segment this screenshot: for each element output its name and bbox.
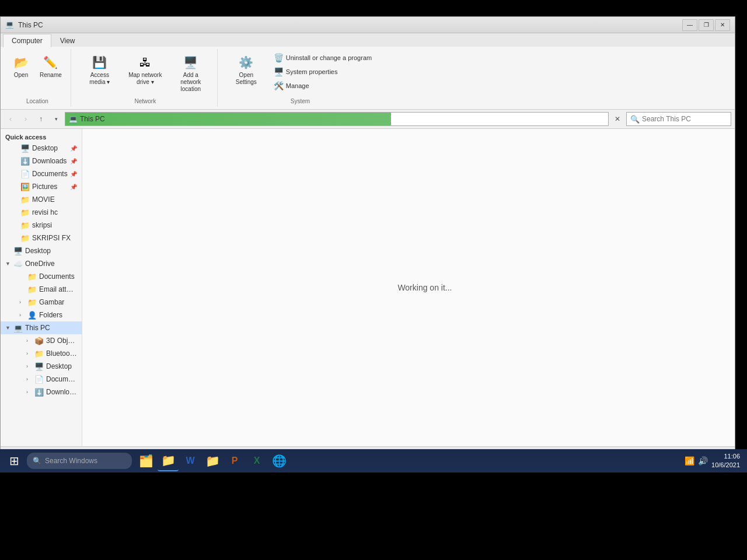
network-icon[interactable]: 📶	[685, 456, 694, 466]
up-button[interactable]: ↑	[34, 113, 47, 125]
thispc-docs-expand-arrow: ›	[26, 376, 32, 382]
thispc-downloads-expand-arrow: ›	[26, 389, 32, 395]
network-buttons: 💾 Access media ▾ 🖧 Map network drive ▾ 🖥…	[78, 51, 212, 96]
fileexplorer-icon: 📁	[161, 453, 176, 467]
address-icon: 💻	[69, 115, 78, 123]
taskbar-taskview[interactable]: 🗂️	[135, 450, 156, 471]
time-display: 11:06	[711, 452, 740, 461]
uninstall-icon: 🗑️	[274, 53, 284, 62]
sidebar: Quick access 🖥️ Desktop 📌 ⬇️ Downloads 📌…	[1, 129, 82, 446]
add-network-location-button[interactable]: 🖥️ Add a network location	[169, 51, 212, 96]
sidebar-item-thispc-desktop[interactable]: › 🖥️ Desktop	[1, 360, 82, 373]
gambar-icon: 📁	[27, 298, 37, 307]
sidebar-item-thispc-downloads[interactable]: › ⬇️ Downloads	[1, 386, 82, 398]
access-media-button[interactable]: 💾 Access media ▾	[78, 51, 121, 89]
taskbar-chrome[interactable]: 🌐	[268, 450, 289, 471]
sidebar-item-onedrive-documents[interactable]: 📁 Documents	[1, 270, 82, 283]
address-path: This PC	[80, 115, 105, 123]
rename-button[interactable]: ✏️ Rename	[36, 51, 66, 82]
manage-icon: 🛠️	[274, 81, 284, 90]
map-network-drive-button[interactable]: 🖧 Map network drive ▾	[124, 51, 167, 89]
sidebar-item-skripsifx[interactable]: 📁 SKRIPSI FX	[1, 232, 82, 244]
skripsi-label: skripsi	[32, 221, 52, 229]
sidebar-item-thispc[interactable]: ▼ 💻 This PC	[1, 321, 82, 334]
tab-computer[interactable]: Computer	[3, 34, 51, 47]
open-button[interactable]: 📂 Open	[9, 51, 33, 82]
sidebar-item-documents[interactable]: 📄 Documents 📌	[1, 167, 82, 180]
system-group-label: System	[291, 98, 310, 104]
system-props-icon: 🖥️	[274, 67, 284, 76]
titlebar: 💻 This PC — ❐ ✕	[1, 17, 735, 33]
working-text: Working on it...	[397, 283, 452, 292]
ribbon: Computer View 📂 Open ✏️ Rename Location	[1, 33, 735, 110]
manage-button[interactable]: 🛠️ Manage	[270, 79, 376, 92]
open-settings-button[interactable]: ⚙️ Open Settings	[225, 51, 268, 89]
pin-icon: 📌	[70, 184, 77, 190]
search-box[interactable]: 🔍	[626, 112, 731, 126]
taskbar-search[interactable]: 🔍 Search Windows	[27, 453, 132, 469]
sidebar-item-email-attachments[interactable]: 📁 Email attachm...	[1, 283, 82, 296]
taskbar-word[interactable]: W	[180, 450, 201, 471]
minimize-button[interactable]: —	[682, 19, 697, 31]
tab-view[interactable]: View	[51, 34, 84, 47]
sidebar-item-folders[interactable]: › 👤 Folders	[1, 309, 82, 321]
sidebar-item-3dobjects[interactable]: › 📦 3D Objects	[1, 334, 82, 347]
bluetooth-icon: 📁	[34, 349, 44, 358]
location-buttons: 📂 Open ✏️ Rename	[9, 51, 66, 82]
revisihc-label: revisi hc	[32, 208, 58, 216]
start-icon: ⊞	[9, 454, 19, 468]
access-media-label: Access media ▾	[82, 72, 117, 86]
open-icon: 📂	[13, 54, 29, 71]
taskbar-explorer2[interactable]: 📁	[202, 450, 223, 471]
address-bar-area: ‹ › ↑ ▾ 💻 This PC ✕ 🔍	[1, 110, 735, 129]
onedrive-icon: ☁️	[13, 259, 23, 268]
sidebar-item-onedrive[interactable]: ▼ ☁️ OneDrive	[1, 257, 82, 270]
onedrive-label: OneDrive	[25, 260, 55, 268]
taskbar-powerpoint[interactable]: P	[224, 450, 245, 471]
search-input[interactable]	[642, 115, 729, 123]
downloads-label: Downloads	[32, 157, 67, 165]
window-icon: 💻	[5, 20, 15, 30]
start-button[interactable]: ⊞	[2, 449, 26, 473]
desktop-main-label: Desktop	[25, 247, 51, 255]
taskbar-fileexplorer[interactable]: 📁	[158, 450, 179, 471]
desktop-main-icon: 🖥️	[13, 246, 23, 256]
sidebar-item-skripsi[interactable]: 📁 skripsi	[1, 219, 82, 232]
sidebar-item-bluetoothftp[interactable]: › 📁 Bluetooth FTP	[1, 347, 82, 360]
sidebar-item-gambar[interactable]: › 📁 Gambar	[1, 296, 82, 309]
address-close-button[interactable]: ✕	[611, 113, 624, 125]
uninstall-button[interactable]: 🗑️ Uninstall or change a program	[270, 51, 376, 64]
volume-icon[interactable]: 🔊	[698, 456, 708, 466]
maximize-button[interactable]: ❐	[699, 19, 714, 31]
sidebar-item-downloads[interactable]: ⬇️ Downloads 📌	[1, 155, 82, 167]
systray-time[interactable]: 11:06 10/6/2021	[711, 452, 740, 470]
close-button[interactable]: ✕	[715, 19, 730, 31]
gambar-expand-arrow: ›	[19, 299, 25, 305]
skripsi-folder-icon: 📁	[20, 220, 30, 230]
email-attachments-label: Email attachm...	[39, 285, 77, 293]
address-bar[interactable]: 💻 This PC	[65, 112, 609, 126]
thispc-downloads-icon: ⬇️	[34, 387, 44, 397]
sidebar-item-revisihc[interactable]: 📁 revisi hc	[1, 206, 82, 219]
search-icon: 🔍	[630, 115, 640, 124]
system-buttons: ⚙️ Open Settings 🗑️ Uninstall or change …	[225, 51, 376, 92]
sidebar-item-thispc-documents[interactable]: › 📄 Documents	[1, 373, 82, 386]
manage-label: Manage	[286, 82, 309, 89]
recent-locations-button[interactable]: ▾	[50, 113, 62, 125]
system-properties-button[interactable]: 🖥️ System properties	[270, 65, 376, 78]
rename-icon: ✏️	[43, 54, 59, 71]
content-area: Quick access 🖥️ Desktop 📌 ⬇️ Downloads 📌…	[1, 129, 735, 446]
settings-icon: ⚙️	[238, 54, 254, 71]
sidebar-item-desktop-main[interactable]: 🖥️ Desktop	[1, 244, 82, 257]
gambar-label: Gambar	[39, 298, 64, 306]
3dobjects-icon: 📦	[34, 336, 44, 345]
forward-button[interactable]: ›	[19, 113, 32, 125]
taskbar-excel[interactable]: X	[246, 450, 267, 471]
sidebar-item-desktop[interactable]: 🖥️ Desktop 📌	[1, 142, 82, 155]
movie-folder-icon: 📁	[20, 195, 30, 204]
back-button[interactable]: ‹	[4, 113, 17, 125]
sidebar-item-pictures[interactable]: 🖼️ Pictures 📌	[1, 180, 82, 193]
sidebar-item-movie[interactable]: 📁 MOVIE	[1, 193, 82, 206]
pin-icon: 📌	[70, 171, 77, 177]
thispc-desktop-label: Desktop	[46, 362, 72, 370]
